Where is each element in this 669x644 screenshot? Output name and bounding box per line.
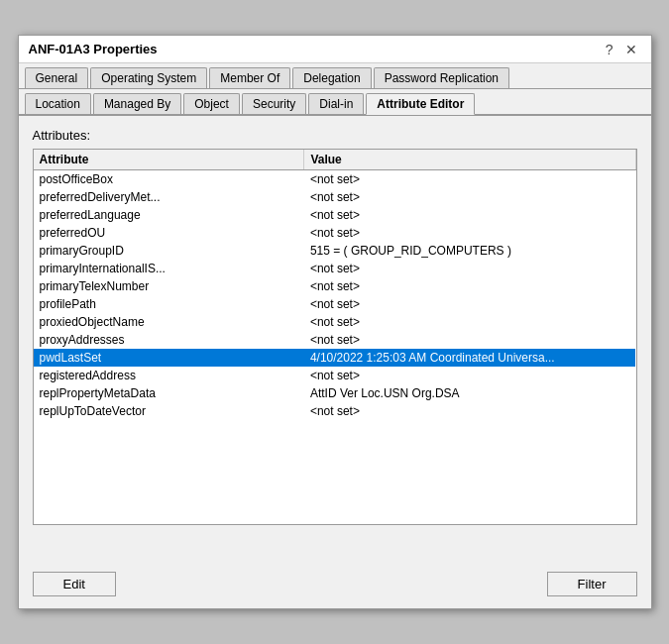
tab-dial-in[interactable]: Dial-in bbox=[308, 93, 364, 114]
cell-attribute: replUpToDateVector bbox=[34, 402, 304, 420]
cell-attribute: profilePath bbox=[34, 295, 304, 313]
cell-value: <not set> bbox=[304, 331, 635, 349]
cell-value: <not set> bbox=[304, 313, 635, 331]
help-button[interactable]: ? bbox=[602, 43, 617, 56]
properties-dialog: ANF-01A3 Properties ? ✕ General Operatin… bbox=[18, 35, 652, 609]
table-row[interactable]: preferredOU<not set> bbox=[34, 224, 636, 242]
title-controls: ? ✕ bbox=[602, 43, 641, 56]
tab-member-of[interactable]: Member Of bbox=[209, 67, 290, 88]
cell-value: <not set> bbox=[304, 170, 635, 189]
tab-managed-by[interactable]: Managed By bbox=[93, 93, 181, 114]
table-row[interactable]: replUpToDateVector<not set> bbox=[34, 402, 636, 420]
attributes-label: Attributes: bbox=[33, 128, 637, 143]
tab-general[interactable]: General bbox=[25, 67, 89, 88]
tab-password-replication[interactable]: Password Replication bbox=[374, 67, 509, 88]
cell-attribute: replPropertyMetaData bbox=[34, 384, 304, 402]
cell-value: <not set> bbox=[304, 188, 635, 206]
table-row[interactable]: preferredDeliveryMet...<not set> bbox=[34, 188, 636, 206]
table-row[interactable]: preferredLanguage<not set> bbox=[34, 206, 636, 224]
tab-operating-system[interactable]: Operating System bbox=[90, 67, 207, 88]
cell-attribute: primaryTelexNumber bbox=[34, 277, 304, 295]
cell-attribute: proxiedObjectName bbox=[34, 313, 304, 331]
dialog-title: ANF-01A3 Properties bbox=[29, 42, 158, 56]
col-header-value: Value bbox=[304, 150, 635, 170]
cell-value: <not set> bbox=[304, 206, 635, 224]
cell-value: <not set> bbox=[304, 260, 635, 277]
cell-attribute: preferredDeliveryMet... bbox=[34, 188, 304, 206]
table-row[interactable]: profilePath<not set> bbox=[34, 295, 636, 313]
filter-button[interactable]: Filter bbox=[547, 572, 637, 596]
table-row[interactable]: pwdLastSet4/10/2022 1:25:03 AM Coordinat… bbox=[34, 349, 636, 367]
table-row[interactable]: proxiedObjectName<not set> bbox=[34, 313, 636, 331]
tab-location[interactable]: Location bbox=[25, 93, 91, 114]
cell-value: 515 = ( GROUP_RID_COMPUTERS ) bbox=[304, 242, 635, 260]
attributes-table-container[interactable]: Attribute Value postOfficeBox<not set>pr… bbox=[33, 149, 637, 525]
cell-value: 4/10/2022 1:25:03 AM Coordinated Univers… bbox=[304, 349, 635, 367]
tabs-row-1: General Operating System Member Of Deleg… bbox=[19, 63, 651, 89]
cell-attribute: primaryInternationalIS... bbox=[34, 260, 304, 277]
table-row[interactable]: proxyAddresses<not set> bbox=[34, 331, 636, 349]
table-row[interactable]: replPropertyMetaDataAttID Ver Loc.USN Or… bbox=[34, 384, 636, 402]
tab-delegation[interactable]: Delegation bbox=[292, 67, 371, 88]
cell-value: <not set> bbox=[304, 295, 635, 313]
tab-attribute-editor[interactable]: Attribute Editor bbox=[366, 93, 475, 115]
attributes-table: Attribute Value postOfficeBox<not set>pr… bbox=[34, 150, 636, 420]
cell-attribute: preferredOU bbox=[34, 224, 304, 242]
cell-attribute: postOfficeBox bbox=[34, 170, 304, 189]
cell-value: <not set> bbox=[304, 367, 635, 384]
table-row[interactable]: postOfficeBox<not set> bbox=[34, 170, 636, 189]
table-row[interactable]: primaryTelexNumber<not set> bbox=[34, 277, 636, 295]
close-button[interactable]: ✕ bbox=[621, 43, 641, 56]
cell-value: <not set> bbox=[304, 224, 635, 242]
table-scroll[interactable]: Attribute Value postOfficeBox<not set>pr… bbox=[34, 150, 636, 524]
table-row[interactable]: primaryGroupID515 = ( GROUP_RID_COMPUTER… bbox=[34, 242, 636, 260]
col-header-attribute: Attribute bbox=[34, 150, 304, 170]
table-row[interactable]: registeredAddress<not set> bbox=[34, 367, 636, 384]
tab-security[interactable]: Security bbox=[242, 93, 306, 114]
tabs-row-2: Location Managed By Object Security Dial… bbox=[19, 89, 651, 116]
cell-value: <not set> bbox=[304, 402, 635, 420]
cell-attribute: registeredAddress bbox=[34, 367, 304, 384]
cell-attribute: primaryGroupID bbox=[34, 242, 304, 260]
table-row[interactable]: primaryInternationalIS...<not set> bbox=[34, 260, 636, 277]
cell-attribute: proxyAddresses bbox=[34, 331, 304, 349]
cell-value: AttID Ver Loc.USN Org.DSA bbox=[304, 384, 635, 402]
cell-value: <not set> bbox=[304, 277, 635, 295]
tab-object[interactable]: Object bbox=[183, 93, 240, 114]
cell-attribute: pwdLastSet bbox=[34, 349, 304, 367]
footer: Edit Filter bbox=[19, 564, 651, 608]
content-area: Attributes: Attribute Value postOfficeBo… bbox=[19, 116, 651, 564]
cell-attribute: preferredLanguage bbox=[34, 206, 304, 224]
edit-button[interactable]: Edit bbox=[33, 572, 116, 596]
title-bar: ANF-01A3 Properties ? ✕ bbox=[19, 36, 651, 63]
